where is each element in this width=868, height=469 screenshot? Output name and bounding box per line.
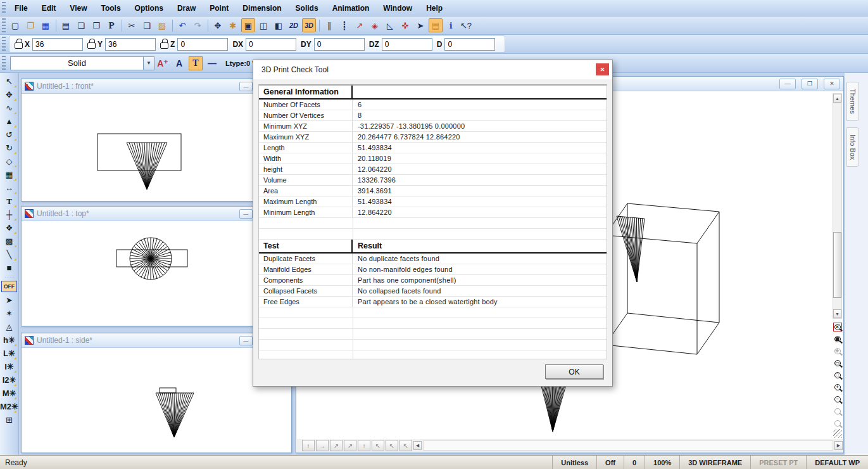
window-titlebar[interactable]: Untitled-1 : side* — ❐ ✕ — [22, 333, 291, 348]
shade-tool-icon[interactable]: ◬ — [2, 320, 17, 333]
mode-3d-icon[interactable]: 3D — [302, 18, 316, 32]
coord-input[interactable] — [177, 38, 228, 51]
nav-arrow-button[interactable]: ↗ — [330, 440, 343, 451]
set-square-icon[interactable]: ◺ — [383, 18, 397, 32]
menu-item[interactable]: File — [8, 1, 35, 15]
info-icon[interactable]: ℹ — [444, 18, 458, 32]
menu-item[interactable]: Dimension — [236, 1, 288, 15]
close-button[interactable]: ✕ — [824, 79, 840, 89]
viewport-horiz-icon[interactable]: ◧ — [272, 18, 286, 32]
viewport-single-icon[interactable]: ◫ — [256, 18, 270, 32]
point-m2-icon[interactable]: M2✳ — [2, 400, 17, 413]
text-icon[interactable]: T — [2, 195, 17, 208]
lock-icon[interactable] — [87, 42, 96, 49]
tab-themes[interactable]: Themes — [846, 82, 859, 121]
coord-input[interactable] — [444, 38, 495, 51]
menu-item[interactable]: Edit — [35, 1, 63, 15]
point-l-icon[interactable]: L✳ — [2, 347, 17, 360]
window-titlebar[interactable]: Untitled-1 : top* — ❐ ✕ — [22, 207, 291, 221]
status-cell[interactable]: 100% — [645, 456, 679, 469]
scroll-up-icon[interactable]: ▲ — [833, 94, 841, 103]
hatch-lines-icon[interactable]: ┋ — [337, 18, 351, 32]
close-icon[interactable]: ✕ — [596, 63, 609, 75]
point-grid-icon[interactable]: ⊞ — [2, 413, 17, 427]
status-cell[interactable]: Unitless — [552, 456, 596, 469]
minimize-button[interactable]: — — [239, 82, 253, 91]
dimension-icon[interactable]: ↔ — [2, 181, 17, 195]
menu-item[interactable]: View — [63, 1, 94, 15]
context-help-icon[interactable]: ↖? — [459, 18, 473, 32]
coord-input[interactable] — [314, 38, 365, 51]
fly-through-icon[interactable]: ➤ — [2, 293, 17, 307]
status-cell[interactable]: Off — [596, 456, 624, 469]
menu-item[interactable]: Options — [128, 1, 170, 15]
tab-info-box[interactable]: Info Box — [846, 127, 859, 167]
layer-style-dropdown[interactable]: Solid ▼ — [10, 56, 154, 70]
scrollbar-thumb[interactable] — [833, 232, 841, 298]
nav-arrow-button[interactable]: ↑ — [302, 440, 315, 451]
ok-button[interactable]: OK — [545, 364, 603, 379]
close-view-icon[interactable]: ✕ — [833, 323, 842, 331]
status-cell[interactable]: DEFAULT WP — [806, 456, 868, 469]
coord-input[interactable] — [32, 38, 83, 51]
minimize-button[interactable]: — — [779, 79, 796, 89]
horizontal-scrollbar[interactable] — [423, 440, 833, 451]
menu-item[interactable]: Solids — [289, 1, 325, 15]
render-icon[interactable]: ✱ — [226, 18, 240, 32]
point-h-icon[interactable]: h✳ — [2, 333, 17, 347]
menu-item[interactable]: Tools — [94, 1, 127, 15]
toolbar-grip[interactable] — [2, 18, 6, 32]
group-icon[interactable]: ❖ — [2, 221, 17, 234]
arc-cw-icon[interactable]: ↻ — [2, 141, 17, 155]
layers-icon[interactable]: ▤ — [429, 18, 443, 32]
print-preview-icon[interactable]: ❏ — [74, 18, 88, 32]
status-cell[interactable]: PRESET PT — [750, 456, 806, 469]
menu-item[interactable]: Point — [203, 1, 236, 15]
nav-arrow-button[interactable]: ↑ — [358, 440, 370, 451]
save-icon[interactable]: ▦ — [39, 18, 53, 32]
coord-input[interactable] — [382, 38, 432, 51]
zoom-previous-icon[interactable] — [833, 406, 842, 416]
toolbar-grip[interactable] — [2, 37, 6, 51]
zoom-out-icon[interactable]: − — [833, 394, 842, 404]
paste-icon[interactable]: ▨ — [155, 18, 169, 32]
point-m-icon[interactable]: M✳ — [2, 387, 17, 400]
mode-2d-icon[interactable]: 2D — [287, 18, 301, 32]
menu-item[interactable]: Window — [376, 1, 419, 15]
viewport-quad-icon[interactable]: ▣ — [241, 18, 255, 32]
point-mark-icon[interactable]: ✜ — [398, 18, 412, 32]
resize-grip[interactable] — [833, 429, 842, 438]
print-icon[interactable]: ▤ — [59, 18, 73, 32]
hatch-icon[interactable]: ▩ — [2, 234, 17, 248]
scroll-left-icon[interactable]: ◀ — [413, 441, 422, 450]
open-icon[interactable]: ❐ — [23, 18, 37, 32]
select-icon[interactable]: ↖ — [2, 75, 17, 88]
copy-icon[interactable]: ❑ — [140, 18, 154, 32]
text-style-icon[interactable]: T — [189, 56, 203, 70]
polyline-icon[interactable]: ∿ — [2, 101, 17, 115]
cut-icon[interactable]: ✂ — [125, 18, 139, 32]
dialog-titlebar[interactable]: 3D Print Check Tool — [253, 60, 612, 79]
window-titlebar[interactable]: Untitled-1 : front* — ❐ ✕ — [22, 79, 291, 94]
toolbar-grip[interactable] — [2, 56, 6, 70]
fill-black-icon[interactable]: ■ — [2, 261, 17, 274]
nav-arrow-button[interactable]: ↖ — [372, 440, 384, 451]
scroll-down-icon[interactable]: ▼ — [833, 309, 841, 318]
move-icon[interactable]: ✥ — [2, 88, 17, 101]
sketch-line-icon[interactable]: ╲ — [2, 248, 17, 261]
coord-input[interactable] — [105, 38, 156, 51]
coord-input[interactable] — [246, 38, 296, 51]
point-i-icon[interactable]: I✳ — [2, 360, 17, 373]
arc-ccw-icon[interactable]: ↺ — [2, 128, 17, 141]
menu-item[interactable]: Draw — [170, 1, 203, 15]
plane-icon[interactable]: ◇ — [2, 155, 17, 168]
off-toggle[interactable]: OFF — [1, 281, 17, 292]
status-cell[interactable]: 0 — [624, 456, 645, 469]
parallel-lines-icon[interactable]: ∥ — [322, 18, 336, 32]
axes-icon[interactable]: ↗ — [353, 18, 367, 32]
wand-icon[interactable]: ✶ — [2, 307, 17, 320]
grid-icon[interactable]: ▦ — [833, 334, 842, 344]
nav-arrow-button[interactable]: ↗ — [344, 440, 356, 451]
nav-arrow-button[interactable]: → — [316, 440, 329, 451]
pick-point-icon[interactable]: ➤ — [413, 18, 427, 32]
